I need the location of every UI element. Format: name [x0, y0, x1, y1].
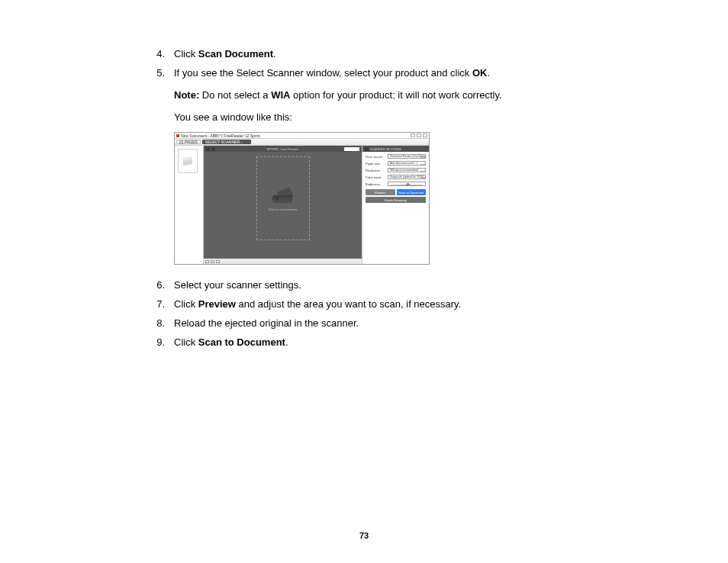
step-4-number: 4. [153, 47, 174, 62]
paper-size-label: Paper size [366, 162, 385, 166]
resolution-select[interactable]: 300 dpi (recommended) [388, 168, 426, 172]
brightness-row: Brightness [366, 182, 426, 186]
zoom-field[interactable] [344, 147, 359, 151]
pages-dropdown[interactable]: 21 PAGES [176, 140, 201, 144]
preview-frame[interactable]: Click to scan preview [256, 156, 310, 240]
step-9-pre: Click [174, 336, 198, 348]
resolution-row: Resolution 300 dpi (recommended) [366, 168, 426, 172]
settings-rows: Scan source Document Feeder (One-Sided) … [362, 152, 429, 205]
maximize-button[interactable] [417, 134, 421, 137]
step-9-post: . [285, 336, 288, 348]
step-4-pre: Click [174, 48, 198, 60]
step-7-bold: Preview [198, 298, 236, 310]
step-4: 4. Click Scan Document. [153, 47, 575, 62]
step-6-text: Select your scanner settings. [174, 278, 575, 293]
preview-header: EPSON – Live Preview [204, 146, 362, 152]
nav-prev-icon[interactable] [206, 147, 210, 151]
finish-scanning-button[interactable]: Finish Scanning [366, 197, 426, 203]
footer-btn-2[interactable] [211, 260, 214, 263]
scan-source-select[interactable]: Document Feeder (One-Sided) [388, 154, 426, 159]
paper-size-row: Paper size Auto (business card ...) [366, 161, 426, 166]
note-label: Note: [174, 89, 199, 101]
preview-footer [204, 259, 362, 264]
preview-title: EPSON – Live Preview [267, 147, 298, 151]
step-9-text: Click Scan to Document. [174, 336, 575, 350]
step-7-post: and adjust the area you want to scan, if… [236, 298, 461, 310]
scanner-icon [183, 157, 192, 166]
step-6-number: 6. [153, 278, 174, 293]
step-8-text: Reload the ejected original in the scann… [174, 317, 575, 331]
settings-header: SCANNER SETTINGS [362, 146, 429, 152]
toolbar: 21 PAGES SELECT SCANNER... [175, 139, 429, 146]
step-5: 5. If you see the Select Scanner window,… [153, 66, 575, 81]
title-bar: New Document - ABBYY FineReader 12 Sprin… [175, 133, 429, 139]
step-5-number: 5. [153, 66, 174, 81]
settings-panel: SCANNER SETTINGS Scan source Document Fe… [362, 146, 429, 264]
step-5-post: . [487, 67, 490, 79]
step-4-text: Click Scan Document. [174, 47, 575, 62]
minimize-button[interactable] [411, 134, 415, 137]
step-7-pre: Click [174, 298, 198, 310]
chevron-left-icon[interactable] [365, 147, 369, 151]
resolution-label: Resolution [366, 169, 385, 172]
nav-next-icon[interactable] [211, 147, 215, 151]
scan-to-document-button[interactable]: Scan to Document [397, 189, 427, 195]
paper-size-select[interactable]: Auto (business card ...) [388, 161, 426, 166]
brightness-label: Brightness [366, 182, 385, 186]
step-8: 8. Reload the ejected original in the sc… [153, 317, 575, 331]
app-icon [176, 134, 179, 137]
action-buttons: Preview Scan to Document [366, 189, 426, 195]
step-7-number: 7. [153, 298, 174, 312]
select-scanner-button[interactable]: SELECT SCANNER... [202, 140, 251, 144]
step-9: 9. Click Scan to Document. [153, 336, 575, 350]
step-4-post: . [273, 48, 276, 60]
screenshot-figure: New Document - ABBYY FineReader 12 Sprin… [174, 132, 430, 265]
scan-source-row: Scan source Document Feeder (One-Sided) [366, 154, 426, 159]
document-page: 4. Click Scan Document. 5. If you see th… [0, 0, 728, 350]
footer-btn-1[interactable] [205, 260, 209, 263]
page-number: 73 [0, 531, 728, 540]
step-5-pre: If you see the Select Scanner window, se… [174, 67, 472, 79]
note-bold: WIA [271, 89, 290, 101]
step-4-bold: Scan Document [198, 48, 273, 60]
step-8-number: 8. [153, 317, 174, 331]
scanner-illustration-icon [272, 186, 294, 203]
app-body: EPSON – Live Preview Click to scan previ… [175, 146, 429, 264]
note-pre: Do not select a [199, 89, 271, 101]
window-title: New Document - ABBYY FineReader 12 Sprin… [181, 134, 409, 138]
step-9-number: 9. [153, 336, 174, 350]
note-paragraph: Note: Do not select a WIA option for you… [174, 88, 575, 103]
preview-button[interactable]: Preview [366, 189, 395, 195]
step-7: 7. Click Preview and adjust the area you… [153, 298, 575, 312]
color-mode-label: Color mode [366, 175, 385, 179]
preview-hint: Click to scan preview [269, 208, 298, 211]
step-9-bold: Scan to Document [198, 336, 285, 348]
color-mode-select[interactable]: Grayscale (optimal for OCR) [388, 175, 426, 179]
brightness-slider[interactable] [388, 182, 426, 186]
close-button[interactable] [423, 134, 427, 137]
thumbnail-panel [175, 146, 204, 264]
preview-panel: EPSON – Live Preview Click to scan previ… [204, 146, 362, 264]
step-5-bold: OK [472, 67, 488, 79]
color-mode-row: Color mode Grayscale (optimal for OCR) [366, 175, 426, 179]
app-window: New Document - ABBYY FineReader 12 Sprin… [175, 133, 429, 264]
step-7-text: Click Preview and adjust the area you wa… [174, 298, 575, 312]
footer-btn-3[interactable] [216, 260, 220, 263]
page-thumbnail[interactable] [178, 149, 198, 173]
note-post: option for your product; it will not wor… [290, 89, 501, 101]
scan-source-label: Scan source [366, 155, 385, 159]
step-5-text: If you see the Select Scanner window, se… [174, 66, 575, 81]
settings-title: SCANNER SETTINGS [370, 147, 401, 151]
lead-paragraph: You see a window like this: [174, 111, 575, 125]
step-6: 6. Select your scanner settings. [153, 278, 575, 293]
